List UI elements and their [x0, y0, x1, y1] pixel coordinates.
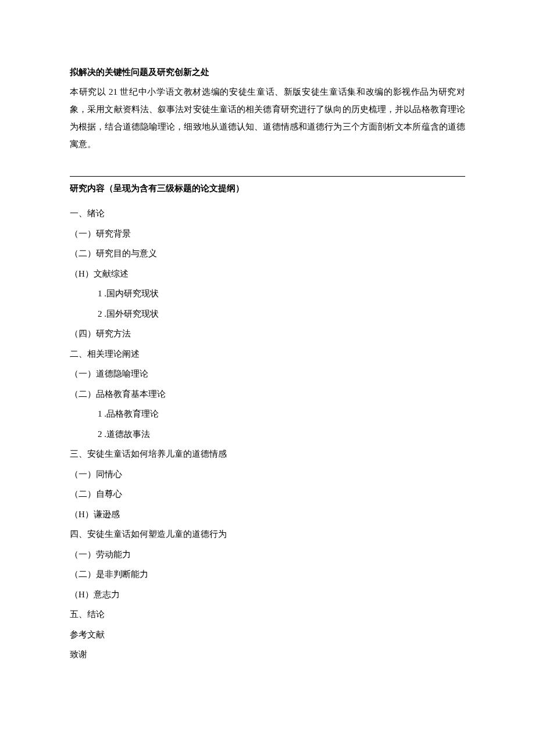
outline-item: （H）谦逊感 [70, 504, 465, 525]
outline-item: 一、绪论 [70, 203, 465, 224]
outline-item: （二）自尊心 [70, 484, 465, 504]
outline-item: 四、安徒生童话如何塑造儿童的道德行为 [70, 524, 465, 544]
outline-item: （一）同情心 [70, 464, 465, 485]
outline-item: （H）意志力 [70, 585, 465, 605]
outline-item: 2 .道德故事法 [98, 424, 465, 445]
outline-item: 参考文献 [70, 625, 465, 645]
outline-item: 二、相关理论阐述 [70, 344, 465, 364]
outline-item: 1 .国内研究现状 [98, 284, 465, 304]
outline-item: （二）是非判断能力 [70, 564, 465, 585]
research-content-heading: 研究内容（呈现为含有三级标题的论文提纲） [70, 180, 465, 197]
outline-item: （二）研究目的与意义 [70, 243, 465, 264]
section-key-issues: 拟解决的关键性问题及研究创新之处 本研究以 21 世纪中小学语文教材选编的安徒生… [70, 64, 465, 153]
outline-item: 1 .品格教育理论 [98, 404, 465, 424]
outline-item: （一）研究背景 [70, 224, 465, 244]
outline-item: 五、结论 [70, 604, 465, 625]
outline-item: （四）研究方法 [70, 324, 465, 344]
outline-item: （一）道德隐喻理论 [70, 364, 465, 384]
outline-item: 三、安徒生童话如何培养儿童的道德情感 [70, 444, 465, 464]
key-issues-heading: 拟解决的关键性问题及研究创新之处 [70, 64, 465, 81]
key-issues-paragraph: 本研究以 21 世纪中小学语文教材选编的安徒生童话、新版安徒生童话集和改编的影视… [70, 83, 465, 153]
section-research-content: 研究内容（呈现为含有三级标题的论文提纲） 一、绪论 （一）研究背景 （二）研究目… [70, 176, 465, 665]
outline-item: 致谢 [70, 644, 465, 665]
outline-item: （二）品格教育基本理论 [70, 384, 465, 404]
outline-item: 2 .国外研究现状 [98, 304, 465, 324]
outline-item: （H）文献综述 [70, 264, 465, 284]
thesis-outline: 一、绪论 （一）研究背景 （二）研究目的与意义 （H）文献综述 1 .国内研究现… [70, 203, 465, 665]
outline-item: （一）劳动能力 [70, 544, 465, 565]
